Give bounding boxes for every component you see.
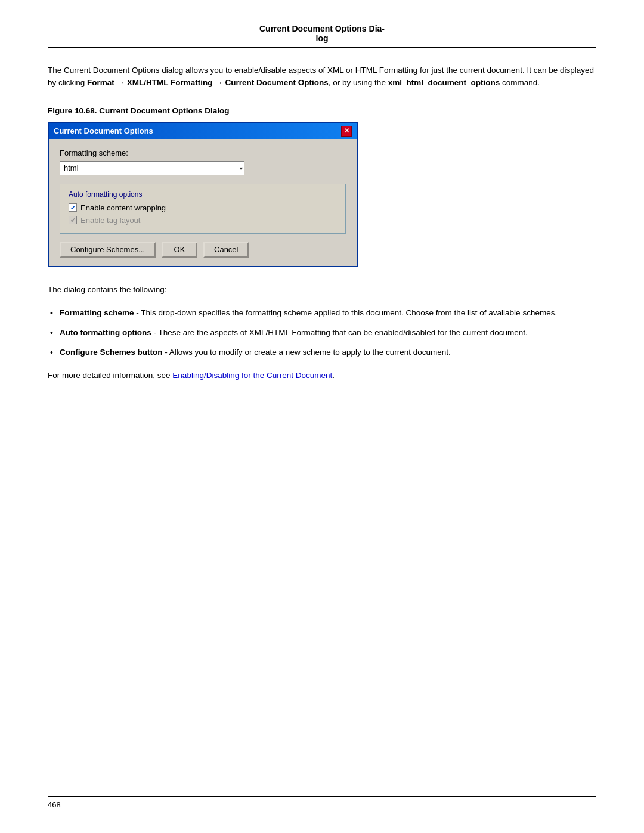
command-name: xml_html_document_options [388,78,500,87]
formatting-scheme-label: Formatting scheme: [60,148,346,157]
bullet-text-3: - Allows you to modify or create a new s… [165,348,451,357]
page-header: Current Document Options Dia- log [48,24,596,48]
tag-layout-label: Enable tag layout [80,216,140,225]
list-item: Auto formatting options - These are the … [48,327,596,339]
scheme-dropdown[interactable]: html ▾ [60,161,244,175]
footer-text-before: For more detailed information, see [48,371,172,380]
list-item: Formatting scheme - This drop-down speci… [48,307,596,320]
tag-layout-row: ✔ Enable tag layout [69,216,337,225]
dialog-close-button[interactable]: ✕ [341,126,352,137]
auto-formatting-label: Auto formatting options [69,190,337,199]
page-footer: 468 [48,796,596,809]
footer-reference: For more detailed information, see Enabl… [48,370,596,382]
xmlhtml-formatting-menu: XML/HTML Formatting [127,78,213,87]
dialog-buttons: Configure Schemes... OK Cancel [60,242,346,258]
bullet-bold-2: Auto formatting options [60,328,151,337]
content-wrapping-row: ✔ Enable content wrapping [69,203,337,212]
content-wrapping-label: Enable content wrapping [80,203,166,212]
dialog-body: Formatting scheme: html ▾ Auto formattin… [49,139,357,266]
footer-text-after: . [332,371,335,380]
auto-formatting-group: Auto formatting options ✔ Enable content… [60,184,346,234]
footer-link[interactable]: Enabling/Disabling for the Current Docum… [172,371,332,380]
page-header-line1: Current Document Options Dia- [259,24,385,33]
figure-caption: Figure 10.68. Current Document Options D… [48,106,596,115]
bullet-text-1: - This drop-down specifies the formattin… [136,308,557,317]
bullet-bold-1: Formatting scheme [60,308,134,317]
content-wrapping-checkbox[interactable]: ✔ [69,203,77,212]
page-number: 468 [48,800,61,809]
format-menu: Format [87,78,114,87]
bullet-text-2: - These are the aspects of XML/HTML Form… [154,328,528,337]
formatting-scheme-select: html ▾ [60,161,346,175]
page-header-line2: log [316,33,329,43]
intro-paragraph: The Current Document Options dialog allo… [48,64,596,89]
current-doc-options-menu: Current Document Options [225,78,329,87]
dialog-titlebar: Current Document Options ✕ [49,123,357,139]
ok-button[interactable]: OK [162,242,197,258]
cancel-button[interactable]: Cancel [203,242,249,258]
dropdown-arrow: ▾ [240,165,243,171]
tag-layout-checkbox[interactable]: ✔ [69,216,77,224]
list-item: Configure Schemes button - Allows you to… [48,346,596,359]
body-intro: The dialog contains the following: [48,284,596,296]
dialog-window: Current Document Options ✕ Formatting sc… [48,122,358,267]
dialog-title: Current Document Options [54,126,153,135]
bullet-list: Formatting scheme - This drop-down speci… [48,307,596,359]
bullet-bold-3: Configure Schemes button [60,348,163,357]
dialog-wrapper: Current Document Options ✕ Formatting sc… [48,122,358,267]
configure-schemes-button[interactable]: Configure Schemes... [60,242,156,258]
scheme-value: html [64,163,79,172]
